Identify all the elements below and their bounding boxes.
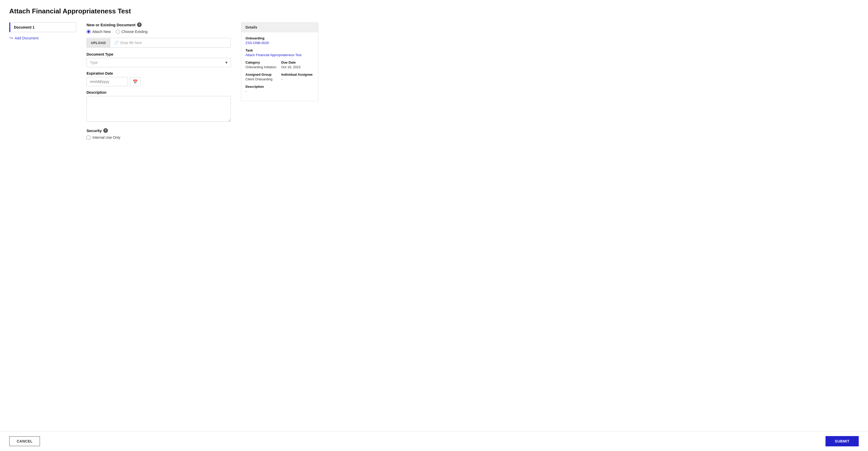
individual-assignee-value: - (281, 77, 314, 81)
submit-button[interactable]: SUBMIT (826, 436, 859, 446)
footer: CANCEL SUBMIT (0, 431, 868, 451)
drop-area: 📄 Drop file here (110, 38, 230, 47)
group-assignee-grid: Assigned Group Client Onboarding Individ… (245, 73, 314, 81)
assigned-group-col: Assigned Group Client Onboarding (245, 73, 278, 81)
internal-use-only-row: Internal Use Only (87, 135, 231, 139)
description-label: Description (87, 90, 231, 94)
onboarding-row: Onboarding ZSS-ONB-0026 (245, 36, 314, 45)
category-col: Category Onboarding Initiation (245, 61, 278, 69)
description-detail-key: Description (245, 85, 314, 89)
assigned-group-value: Client Onboarding (245, 77, 278, 81)
attach-method-radio-group: Attach New Choose Existing (87, 30, 231, 34)
choose-existing-option[interactable]: Choose Existing (116, 30, 148, 34)
security-section: Security ? Internal Use Only (87, 128, 231, 139)
attach-new-option[interactable]: Attach New (87, 30, 111, 34)
form-panel: New or Existing Document ? Attach New Ch… (87, 22, 231, 421)
date-wrapper: 📅 (87, 77, 231, 86)
due-date-value: Oct 18, 2023 (281, 65, 314, 69)
details-header: Details (241, 23, 318, 32)
left-panel: Document 1 ⤳ Add Document (9, 22, 76, 421)
document-type-wrapper: Type ▼ (87, 58, 231, 67)
individual-assignee-col: Individual Assignee - (281, 73, 314, 81)
security-label: Security ? (87, 128, 231, 133)
due-date-col: Due Date Oct 18, 2023 (281, 61, 314, 69)
new-or-existing-help-icon[interactable]: ? (137, 22, 142, 27)
category-value: Onboarding Initiation (245, 65, 278, 69)
add-document-label: Add Document (15, 36, 39, 40)
new-or-existing-label: New or Existing Document ? (87, 22, 231, 27)
task-value[interactable]: Attach Financial Appropriateness Test (245, 53, 314, 57)
plus-icon: ⤳ (9, 35, 13, 41)
task-key: Task (245, 49, 314, 52)
add-document-link[interactable]: ⤳ Add Document (9, 35, 76, 41)
document-type-select[interactable]: Type (87, 58, 231, 67)
assigned-group-key: Assigned Group (245, 73, 278, 76)
calendar-button[interactable]: 📅 (130, 77, 141, 86)
page-title: Attach Financial Appropriateness Test (9, 7, 859, 15)
upload-button[interactable]: UPLOAD (87, 38, 110, 47)
internal-use-only-checkbox[interactable] (87, 136, 90, 139)
onboarding-value[interactable]: ZSS-ONB-0026 (245, 41, 314, 45)
expiration-date-label: Expiration Date (87, 71, 231, 75)
due-date-key: Due Date (281, 61, 314, 64)
details-panel: Details Onboarding ZSS-ONB-0026 Task Att… (241, 22, 318, 101)
individual-assignee-key: Individual Assignee (281, 73, 314, 76)
onboarding-key: Onboarding (245, 36, 314, 40)
document-type-label: Document Type (87, 52, 231, 56)
choose-existing-label: Choose Existing (122, 30, 148, 34)
description-textarea[interactable] (87, 96, 231, 122)
description-detail-value: - (245, 89, 314, 93)
expiration-date-input[interactable] (87, 77, 128, 86)
attach-new-label: Attach New (92, 30, 111, 34)
details-body: Onboarding ZSS-ONB-0026 Task Attach Fina… (241, 32, 318, 101)
file-icon: 📄 (114, 41, 118, 45)
description-detail-row: Description - (245, 85, 314, 93)
category-key: Category (245, 61, 278, 64)
attach-new-radio[interactable] (87, 30, 91, 34)
document-tab[interactable]: Document 1 (9, 22, 76, 32)
choose-existing-radio[interactable] (116, 30, 120, 34)
task-row: Task Attach Financial Appropriateness Te… (245, 49, 314, 57)
category-duedate-grid: Category Onboarding Initiation Due Date … (245, 61, 314, 69)
upload-area: UPLOAD 📄 Drop file here (87, 38, 231, 47)
cancel-button[interactable]: CANCEL (9, 436, 40, 446)
drop-file-text: Drop file here (120, 41, 142, 45)
security-help-icon[interactable]: ? (103, 128, 108, 133)
internal-use-only-label: Internal Use Only (92, 135, 120, 139)
